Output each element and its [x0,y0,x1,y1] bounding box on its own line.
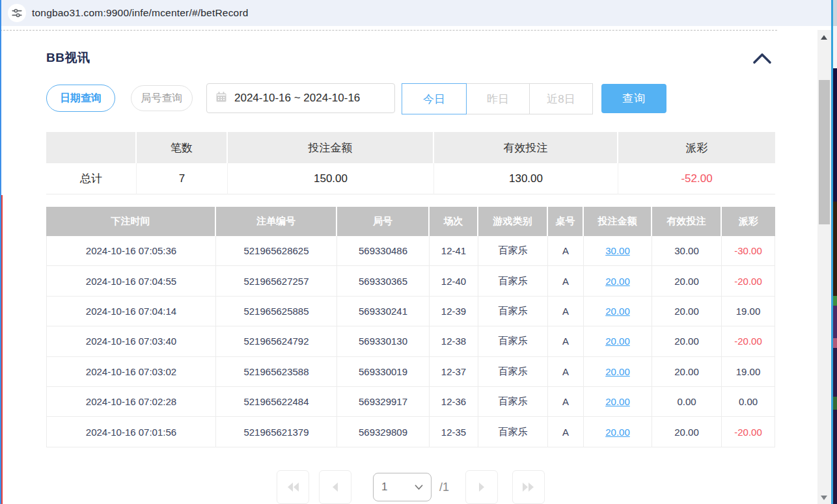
cell-game-type: 百家乐 [478,236,548,265]
cell-session: 12-35 [430,417,478,446]
cell-bet-id: 521965623588 [216,357,337,386]
url-text[interactable]: tongbao31.com:9900/infe/mcenter/#/betRec… [32,0,249,26]
cell-payout: -20.00 [722,326,775,356]
prev-page-button[interactable] [319,470,351,504]
cell-payout: 19.00 [722,297,775,326]
scrollbar-thumb[interactable] [819,80,830,224]
cell-game-type: 百家乐 [478,326,548,356]
header-round-id: 局号 [337,207,430,236]
chevron-left-icon [329,481,341,494]
cell-valid-bet: 20.00 [652,357,722,386]
cell-table-no: A [548,387,584,416]
scrollbar-up-arrow[interactable] [821,35,827,40]
table-row: 2024-10-16 07:04:14521965625885569330241… [46,297,775,326]
cell-game-type: 百家乐 [478,297,548,326]
background-edge [833,397,837,410]
bet-table-body: 2024-10-16 07:05:36521965628625569330486… [46,236,775,447]
range-last8days-button[interactable]: 近8日 [529,83,593,114]
background-edge [833,68,837,202]
range-today-button[interactable]: 今日 [402,83,467,114]
summary-header-payout: 派彩 [618,132,775,163]
page-select[interactable]: 1 [373,473,432,501]
last-page-button[interactable] [512,470,545,504]
chevron-up-icon[interactable] [752,51,773,66]
summary-header-row: 笔数 投注金额 有效投注 派彩 [46,132,775,163]
background-edge [833,348,837,397]
background-edge [833,306,837,338]
round-query-tab[interactable]: 局号查询 [131,85,193,111]
bet-amount-link[interactable]: 20.00 [605,396,630,407]
cell-bet-time: 2024-10-16 07:04:14 [46,297,216,326]
cell-session: 12-36 [430,387,478,416]
header-session: 场次 [430,207,478,236]
table-row: 2024-10-16 07:05:36521965628625569330486… [46,236,775,266]
cell-session: 12-38 [430,326,478,356]
background-edge [833,296,837,306]
cell-bet-id: 521965625885 [216,297,337,326]
summary-header-blank [46,132,137,163]
cell-session: 12-37 [430,357,478,386]
cell-game-type: 百家乐 [478,357,548,386]
bet-amount-link[interactable]: 20.00 [605,276,630,287]
cell-round-id: 569330130 [337,326,430,356]
cell-round-id: 569330019 [337,357,430,386]
bet-amount-link[interactable]: 20.00 [605,427,630,438]
bet-amount-link[interactable]: 20.00 [605,336,630,347]
cell-payout: -20.00 [722,266,775,295]
dashed-divider [0,30,777,31]
summary-table: 笔数 投注金额 有效投注 派彩 总计 7 150.00 130.00 -52.0… [46,132,775,194]
background-edge-left [1,195,3,504]
header-bet-id: 注单编号 [216,207,337,236]
cell-bet-time: 2024-10-16 07:03:40 [46,326,216,356]
cell-bet-amount: 20.00 [584,357,652,386]
search-button[interactable]: 查询 [601,84,666,113]
bet-table-header: 下注时间 注单编号 局号 场次 游戏类别 桌号 投注金额 有效投注 派彩 [46,207,775,236]
date-query-tab[interactable]: 日期查询 [46,85,115,112]
cell-payout: -20.00 [722,417,775,446]
header-game-type: 游戏类别 [478,207,548,236]
scrollbar-down-arrow[interactable] [821,496,827,500]
table-row: 2024-10-16 07:04:55521965627257569330365… [46,266,775,296]
background-edge [833,26,837,68]
bet-amount-link[interactable]: 20.00 [605,306,630,317]
summary-valid-bet-value: 130.00 [434,163,618,194]
cell-bet-id: 521965622484 [216,387,337,416]
cell-game-type: 百家乐 [478,387,548,416]
cell-bet-id: 521965624792 [216,326,337,356]
bet-amount-link[interactable]: 30.00 [605,245,630,256]
background-edge [833,202,837,296]
table-row: 2024-10-16 07:02:28521965622484569329917… [46,387,775,417]
cell-valid-bet: 20.00 [652,266,722,295]
next-page-button[interactable] [465,470,498,504]
site-settings-icon[interactable] [8,4,26,22]
address-bar[interactable]: tongbao31.com:9900/infe/mcenter/#/betRec… [1,0,831,26]
double-chevron-right-icon [521,481,536,494]
cell-bet-amount: 20.00 [584,266,652,295]
cell-bet-id: 521965621379 [216,417,337,446]
vertical-scrollbar[interactable] [817,30,831,504]
bet-amount-link[interactable]: 20.00 [605,366,630,377]
cell-valid-bet: 20.00 [652,417,722,446]
background-edge [833,338,837,348]
table-row: 2024-10-16 07:03:02521965623588569330019… [46,357,775,387]
quick-range-group: 今日 昨日 近8日 [402,83,593,114]
summary-header-valid-bet: 有效投注 [434,132,618,163]
bet-table: 下注时间 注单编号 局号 场次 游戏类别 桌号 投注金额 有效投注 派彩 202… [46,207,775,447]
first-page-button[interactable] [277,470,309,504]
cell-bet-time: 2024-10-16 07:03:02 [46,357,216,386]
calendar-icon [215,91,227,105]
range-yesterday-button[interactable]: 昨日 [466,83,530,114]
table-row: 2024-10-16 07:01:56521965621379569329809… [46,417,775,447]
page-title: BB视讯 [46,49,90,66]
cell-valid-bet: 30.00 [652,236,722,265]
cell-valid-bet: 20.00 [652,326,722,356]
cell-session: 12-40 [430,266,478,295]
header-bet-time: 下注时间 [46,207,216,236]
date-range-input[interactable]: 2024-10-16 ~ 2024-10-16 [206,83,395,113]
cell-bet-time: 2024-10-16 07:04:55 [46,266,216,295]
cell-round-id: 569329917 [337,387,430,416]
header-payout: 派彩 [722,207,775,236]
cell-session: 12-39 [430,297,478,326]
cell-session: 12-41 [430,236,478,265]
header-bet-amount: 投注金额 [584,207,652,236]
